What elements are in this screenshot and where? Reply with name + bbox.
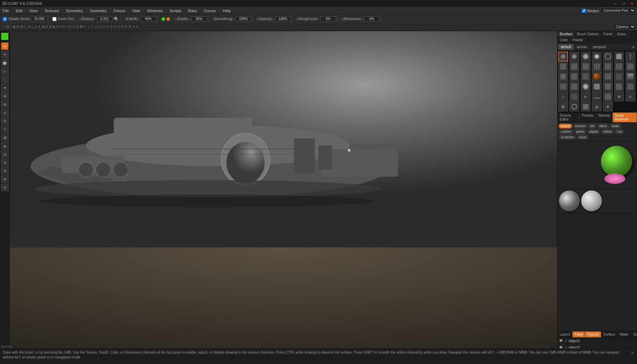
- brush-cell-4[interactable]: [592, 52, 602, 61]
- menu-help[interactable]: Help: [222, 8, 232, 14]
- brush-cell-25[interactable]: [592, 82, 602, 91]
- tool-diamond[interactable]: ◈: [1, 142, 9, 150]
- color-dot-green[interactable]: [161, 17, 165, 21]
- tool-circle-dot[interactable]: ⊙: [1, 159, 9, 166]
- layer-tab-layers[interactable]: Layers: [558, 331, 573, 337]
- brush-cell-10[interactable]: [581, 62, 591, 71]
- tool-grid[interactable]: ≡: [1, 109, 9, 116]
- brush-cell-14[interactable]: [626, 62, 635, 71]
- invert-checkbox[interactable]: [52, 17, 57, 21]
- menu-windows[interactable]: Windows: [146, 8, 164, 14]
- tool-square-dot[interactable]: ⊡: [1, 150, 9, 158]
- color-swatch[interactable]: [1, 33, 9, 40]
- filter-scratches[interactable]: scratches: [559, 135, 576, 140]
- filter-rust[interactable]: rust: [615, 129, 624, 134]
- tool-add[interactable]: ⊕: [1, 92, 9, 100]
- brush-cell-38[interactable]: [581, 102, 591, 112]
- filter-paints[interactable]: paints: [574, 129, 587, 134]
- brush-cell-9[interactable]: [569, 62, 579, 71]
- brush-tab-strips[interactable]: Strips: [615, 31, 628, 37]
- tool-star[interactable]: ✦: [1, 84, 9, 91]
- brush-cell-26[interactable]: [603, 82, 613, 91]
- brush-cell-2[interactable]: [569, 52, 579, 61]
- brush-cell-7[interactable]: [626, 52, 635, 61]
- minimize-btn[interactable]: ─: [613, 1, 619, 6]
- menu-geometry[interactable]: Geometry: [88, 8, 108, 14]
- brush-cell-12[interactable]: [603, 62, 613, 71]
- brush-cell-22[interactable]: ⋮: [558, 82, 568, 91]
- color-dot-orange[interactable]: [166, 17, 170, 21]
- brush-cell-37[interactable]: [569, 102, 579, 112]
- brush-cell-20[interactable]: [614, 72, 624, 81]
- brush-cell-36[interactable]: ⚙: [558, 102, 568, 112]
- object-name-1[interactable]: object1: [569, 339, 636, 343]
- falloff-value[interactable]: 45%: [140, 16, 156, 21]
- camera-dropdown[interactable]: Camera: [613, 24, 636, 30]
- brush-cell-32[interactable]: [592, 92, 602, 101]
- brush-cell-40[interactable]: +: [603, 102, 613, 112]
- brush-cell-18[interactable]: [592, 72, 602, 81]
- brush-cell-39[interactable]: ▤: [592, 102, 602, 112]
- tex-tab-stencils[interactable]: Stencils: [596, 113, 613, 122]
- tool-equals[interactable]: ⊜: [1, 184, 9, 191]
- opacity-value[interactable]: 100%: [275, 16, 291, 21]
- close-status-btn[interactable]: ✕: [631, 350, 634, 356]
- brush-tab-palette[interactable]: Palette: [570, 37, 586, 43]
- brush-cell-3[interactable]: [581, 52, 591, 61]
- tool-asterisk[interactable]: ⊛: [1, 175, 9, 183]
- tex-tab-editor[interactable]: Texture Editor: [558, 113, 580, 122]
- brush-cell-19[interactable]: [603, 72, 613, 81]
- menu-edit[interactable]: Edit: [15, 8, 24, 14]
- brush-cell-15[interactable]: ≋: [558, 72, 568, 81]
- brush-cell-24[interactable]: [581, 82, 591, 91]
- tex-tab-smart[interactable]: Smart Materials: [613, 113, 637, 122]
- brush-cell-1[interactable]: [558, 52, 568, 61]
- eye-icon-1[interactable]: 👁: [559, 338, 563, 343]
- menu-bake[interactable]: Bake: [187, 8, 198, 14]
- radius-value[interactable]: 0.251: [97, 16, 112, 21]
- metalness-value[interactable]: 0%: [364, 16, 380, 21]
- tool-paint[interactable]: ✏: [1, 42, 9, 50]
- steady-stroke-value[interactable]: 15.000: [32, 16, 47, 21]
- filter-plastic[interactable]: plastic: [587, 129, 601, 134]
- preset-artman[interactable]: artman: [574, 44, 590, 50]
- brush-tab-panel[interactable]: Panel: [601, 31, 615, 37]
- tool-fill[interactable]: ⬤: [1, 59, 9, 66]
- brush-cell-35[interactable]: ⊚: [626, 92, 635, 101]
- menu-curves[interactable]: Curves: [203, 8, 217, 14]
- brush-cell-33[interactable]: [603, 92, 613, 101]
- brush-cell-31[interactable]: ⊳: [581, 92, 591, 101]
- tool-remove[interactable]: ⊗: [1, 100, 9, 108]
- menu-symmetry[interactable]: Symmetry: [64, 8, 85, 14]
- brush-tab-color[interactable]: Color: [558, 37, 570, 43]
- menu-file[interactable]: File: [1, 8, 10, 14]
- menu-hide[interactable]: Hide: [131, 8, 142, 14]
- maximize-btn[interactable]: □: [621, 1, 626, 6]
- smoothing-value[interactable]: 100%: [235, 16, 251, 21]
- layer-tab-mater[interactable]: Mater: [618, 331, 631, 337]
- metal-sphere-2[interactable]: [581, 190, 602, 211]
- layer-tab-sculpt[interactable]: SculptTree: [631, 331, 637, 337]
- brush-cell-5[interactable]: [603, 52, 613, 61]
- tool-rotate[interactable]: ⟳: [1, 117, 9, 125]
- filter-cartoon[interactable]: cartoon: [573, 124, 587, 128]
- menu-view[interactable]: View: [28, 8, 39, 14]
- menu-textures[interactable]: Textures: [43, 8, 60, 14]
- viewport[interactable]: [10, 31, 557, 364]
- tex-tab-presets[interactable]: Presets: [580, 113, 596, 122]
- tool-target[interactable]: ⌖: [1, 125, 9, 133]
- steady-stroke-checkbox[interactable]: [3, 17, 7, 21]
- brush-cell-29[interactable]: ◇: [558, 92, 568, 101]
- filter-dirt[interactable]: dirt: [588, 124, 597, 128]
- delete-icon-1[interactable]: ✕: [565, 339, 567, 343]
- menu-scripts[interactable]: Scripts: [168, 8, 183, 14]
- tool-draw[interactable]: ✒: [1, 51, 9, 58]
- tool-select[interactable]: ▷: [1, 67, 9, 75]
- preset-default[interactable]: default: [558, 44, 574, 50]
- connective-picker[interactable]: Connective Pick: [600, 8, 636, 14]
- filter-fabric[interactable]: fabric: [597, 124, 609, 128]
- menu-freeze[interactable]: Freeze: [112, 8, 127, 14]
- filter-default[interactable]: default: [559, 124, 572, 128]
- roughness-value[interactable]: 0%: [320, 16, 336, 21]
- layer-tab-objects[interactable]: Objects: [585, 331, 601, 337]
